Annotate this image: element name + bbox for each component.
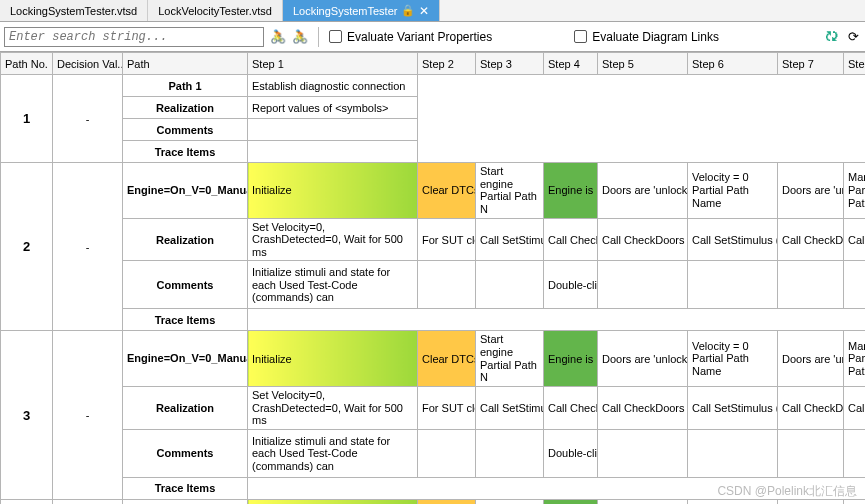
table-row: Realization Set Velocity=0, CrashDetecte… <box>1 387 866 430</box>
tab-2[interactable]: LockingSystemTester 🔒 ✕ <box>283 0 441 21</box>
toolbar: 🚴 🚴 Evaluate Variant Properties Evaluate… <box>0 22 865 52</box>
lock-icon: 🔒 <box>401 4 415 17</box>
table-row: 4_1 Variant for 'locked' doors Engine=On… <box>1 499 866 504</box>
table-row: Trace Items <box>1 477 866 499</box>
table-row: 1 - Path 1 Establish diagnostic connecti… <box>1 75 866 97</box>
table-row: Realization Set Velocity=0, CrashDetecte… <box>1 218 866 261</box>
grid[interactable]: Path No.Decision Val... PathStep 1 Step … <box>0 52 865 504</box>
eval-variants-checkbox[interactable]: Evaluate Variant Properties <box>329 30 492 44</box>
eval-links-checkbox[interactable]: Evaluate Diagram Links <box>574 30 719 44</box>
table-row: 2 - Engine=On_V=0_ManualUnlocked Initial… <box>1 163 866 219</box>
tab-1[interactable]: LockVelocityTester.vtsd <box>148 0 283 21</box>
table-row: Comments Initialize stimuli and state fo… <box>1 261 866 309</box>
table-row: Comments Initialize stimuli and state fo… <box>1 429 866 477</box>
find-next-icon[interactable]: 🚴 <box>292 29 308 45</box>
find-prev-icon[interactable]: 🚴 <box>270 29 286 45</box>
search-input[interactable] <box>4 27 264 47</box>
header-row: Path No.Decision Val... PathStep 1 Step … <box>1 53 866 75</box>
export-icon[interactable]: 🗘 <box>823 29 839 45</box>
table-row: 3 - Engine=On_V=0_ManualLocked_Cr Initia… <box>1 331 866 387</box>
checkbox-icon <box>574 30 587 43</box>
refresh-icon[interactable]: ⟳ <box>845 29 861 45</box>
tab-bar: LockingSystemTester.vtsd LockVelocityTes… <box>0 0 865 22</box>
table-row: Trace Items <box>1 309 866 331</box>
tab-0[interactable]: LockingSystemTester.vtsd <box>0 0 148 21</box>
checkbox-icon <box>329 30 342 43</box>
close-icon[interactable]: ✕ <box>419 4 429 18</box>
table: Path No.Decision Val... PathStep 1 Step … <box>0 52 865 504</box>
